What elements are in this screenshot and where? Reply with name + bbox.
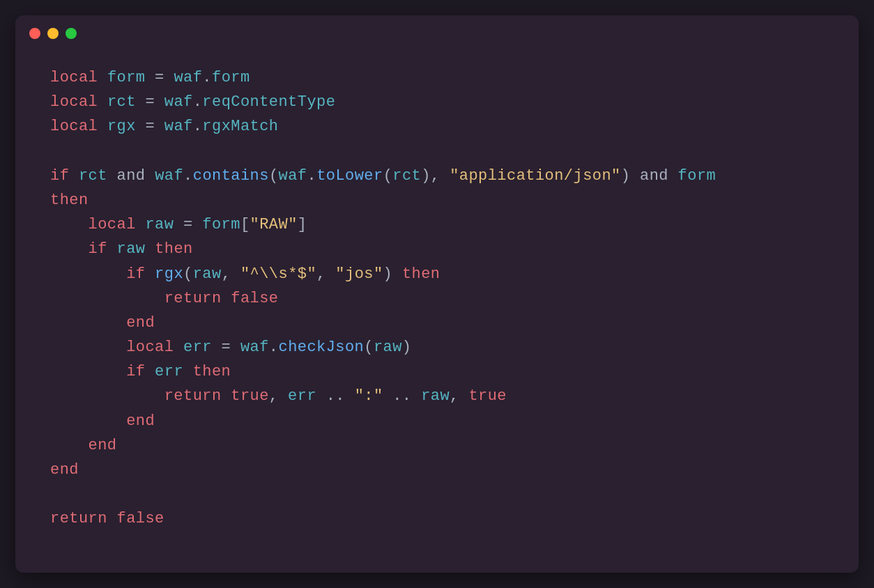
code-line-15: end: [50, 409, 824, 433]
code-line-1: local form = waf.form: [50, 65, 824, 90]
titlebar: [15, 15, 859, 52]
code-line-17: end: [50, 458, 824, 482]
code-line-14: return true, err .. ":" .. raw, true: [50, 384, 824, 408]
code-line-12: local err = waf.checkJson(raw): [50, 335, 824, 359]
code-line-16: end: [50, 433, 824, 458]
code-line-3: local rgx = waf.rgxMatch: [50, 114, 824, 139]
minimize-button[interactable]: [47, 28, 59, 39]
blank-line-1: [50, 139, 824, 164]
code-line-10: return false: [50, 286, 824, 311]
code-line-19: return false: [50, 506, 824, 531]
code-editor: local form = waf.form local rct = waf.re…: [15, 52, 859, 546]
code-line-13: if err then: [50, 359, 824, 384]
code-line-9: if rgx(raw, "^\\s*$", "jos") then: [50, 262, 824, 286]
code-line-6: then: [50, 188, 824, 212]
code-line-7: local raw = form["RAW"]: [50, 212, 824, 237]
close-button[interactable]: [29, 28, 40, 39]
code-line-8: if raw then: [50, 237, 824, 261]
blank-line-2: [50, 482, 824, 506]
code-line-2: local rct = waf.reqContentType: [50, 90, 824, 114]
code-window: local form = waf.form local rct = waf.re…: [15, 15, 859, 573]
maximize-button[interactable]: [66, 28, 77, 39]
code-line-5: if rct and waf.contains(waf.toLower(rct)…: [50, 164, 824, 188]
code-line-11: end: [50, 311, 824, 335]
